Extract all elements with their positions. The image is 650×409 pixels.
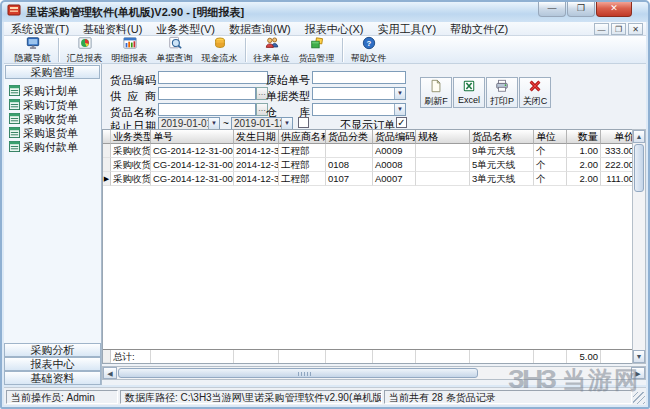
people-icon: [265, 36, 279, 52]
vertical-scroll-thumb[interactable]: [634, 144, 644, 192]
scroll-down-button[interactable]: ▼: [633, 350, 645, 363]
table-row[interactable]: 采购收货CG-2014-12-31-00012014-12-31工程部0108A…: [103, 158, 636, 172]
table-cell: [416, 172, 470, 186]
table-cell: 2.00: [567, 158, 601, 172]
scroll-left-button[interactable]: ◀: [103, 367, 117, 379]
sidebar-item-4[interactable]: 采购付款单: [9, 140, 101, 154]
maximize-button[interactable]: ❐: [567, 2, 595, 17]
sidebar-tab-0[interactable]: 采购分析: [4, 343, 101, 357]
table-cell: [534, 350, 567, 363]
pie-chart-icon: [78, 36, 92, 52]
excel-button[interactable]: Excel: [453, 77, 485, 108]
mdi-minimize-button[interactable]: —: [594, 23, 609, 35]
column-header[interactable]: 规格: [416, 130, 470, 144]
goods-code-input[interactable]: [158, 71, 268, 84]
menu-item-2[interactable]: 业务类型(V): [149, 22, 222, 36]
column-header[interactable]: 货品名称: [470, 130, 534, 144]
original-no-input[interactable]: [312, 71, 406, 84]
close-button[interactable]: ✕: [596, 2, 632, 17]
table-cell: [416, 350, 470, 363]
mdi-restore-button[interactable]: ❐: [611, 23, 626, 35]
scroll-up-button[interactable]: ▲: [633, 130, 645, 143]
warehouse-select[interactable]: ▼: [312, 103, 406, 116]
sidebar-item-3[interactable]: 采购退货单: [9, 126, 101, 140]
toolbar-separator: [342, 38, 343, 62]
menu-item-0[interactable]: 系统设置(T): [4, 22, 76, 36]
table-cell: [416, 158, 470, 172]
scroll-right-button[interactable]: ▶: [631, 367, 645, 379]
form-icon: [9, 127, 23, 140]
table-row[interactable]: ▶采购收货CG-2014-12-31-00012014-12-31工程部0107…: [103, 172, 636, 186]
chevron-down-icon[interactable]: ▼: [394, 88, 405, 99]
column-header[interactable]: 单位: [534, 130, 567, 144]
sidebar-header[interactable]: 采购管理: [5, 65, 100, 79]
table-cell: CG-2014-12-31-0001: [151, 158, 234, 172]
chevron-down-icon[interactable]: ▼: [208, 118, 219, 129]
print-button[interactable]: 打印P: [486, 77, 518, 108]
row-indicator: [103, 350, 111, 363]
table-cell: 采购收货: [111, 172, 151, 186]
column-header[interactable]: 发生日期: [234, 130, 279, 144]
column-header[interactable]: 单号: [151, 130, 234, 144]
table-cell: 个: [534, 172, 567, 186]
sidebar-tab-2[interactable]: 基础资料: [4, 371, 101, 385]
menu-item-5[interactable]: 实用工具(Y): [370, 22, 443, 36]
sidebar-item-label: 采购收货单: [23, 112, 78, 127]
goods-mgmt-button[interactable]: 货品管理: [294, 36, 339, 63]
row-indicator-header: [103, 130, 111, 144]
detail-report-button[interactable]: 明细报表: [107, 36, 152, 63]
vertical-scrollbar[interactable]: ▲ ▼: [632, 129, 646, 364]
horizontal-scrollbar[interactable]: ◀ ▶: [102, 366, 646, 380]
selected-row-marker: ▶: [103, 172, 111, 186]
partners-button[interactable]: 往来单位: [249, 36, 294, 63]
mdi-close-button[interactable]: ✕: [628, 23, 643, 35]
menu-item-4[interactable]: 报表中心(X): [298, 22, 371, 36]
summary-report-button[interactable]: 汇总报表: [62, 36, 107, 63]
sidebar-tab-1[interactable]: 报表中心: [4, 357, 101, 371]
table-cell: 2.00: [567, 172, 601, 186]
column-header[interactable]: 货品编码: [373, 130, 416, 144]
doc-type-select[interactable]: ▼: [312, 87, 406, 100]
goods-name-input[interactable]: [158, 103, 256, 116]
chevron-down-icon[interactable]: ▼: [394, 104, 405, 115]
column-header[interactable]: 货品分类: [326, 130, 373, 144]
resize-grip[interactable]: [633, 392, 645, 404]
refresh-button[interactable]: 刷新F: [420, 77, 452, 108]
close-report-button[interactable]: 关闭C: [519, 77, 551, 108]
table-cell: [326, 144, 373, 158]
sidebar: 采购管理 采购计划单采购订货单采购收货单采购退货单采购付款单 采购分析报表中心基…: [4, 64, 102, 385]
menu-item-6[interactable]: 帮助文件(Z): [443, 22, 515, 36]
hide-nav-button[interactable]: 隐藏导航: [10, 36, 55, 63]
chevron-down-icon[interactable]: ▼: [281, 118, 292, 129]
sidebar-item-2[interactable]: 采购收货单: [9, 112, 101, 126]
minimize-button[interactable]: —: [538, 2, 566, 17]
table-cell: 个: [534, 144, 567, 158]
sidebar-item-1[interactable]: 采购订货单: [9, 98, 101, 112]
table-cell: [470, 350, 534, 363]
column-header[interactable]: 数量: [567, 130, 601, 144]
table-cell: [373, 350, 416, 363]
supplier-input[interactable]: [158, 87, 256, 100]
help-button[interactable]: ?帮助文件: [346, 36, 391, 63]
date-filter-checkbox[interactable]: [298, 117, 309, 128]
sidebar-item-label: 采购订货单: [23, 98, 78, 113]
table-cell: [326, 350, 373, 363]
hide-orders-checkbox[interactable]: ✓: [396, 117, 407, 128]
column-header[interactable]: 供应商名称: [279, 130, 326, 144]
cash-flow-button[interactable]: 现金流水: [197, 36, 242, 63]
table-cell: A0009: [373, 144, 416, 158]
doc-query-button[interactable]: 单据查询: [152, 36, 197, 63]
doc-type-label: 单据类型: [266, 89, 310, 104]
column-header[interactable]: 业务类型: [111, 130, 151, 144]
table-cell: CG-2014-12-31-0001: [151, 172, 234, 186]
table-cell: 2014-12-31: [234, 172, 279, 186]
horizontal-scroll-thumb[interactable]: [118, 368, 478, 378]
table-row[interactable]: 采购收货CG-2014-12-31-00012014-12-31工程部A0009…: [103, 144, 636, 158]
sidebar-item-0[interactable]: 采购计划单: [9, 84, 101, 98]
table-cell: [279, 350, 326, 363]
menu-item-3[interactable]: 数据查询(W): [222, 22, 298, 36]
menu-item-1[interactable]: 基础资料(U): [76, 22, 149, 36]
table-total-row: 总计:5.00: [103, 349, 636, 363]
row-indicator: [103, 158, 111, 172]
goods-code-label: 货品编码: [110, 73, 156, 88]
